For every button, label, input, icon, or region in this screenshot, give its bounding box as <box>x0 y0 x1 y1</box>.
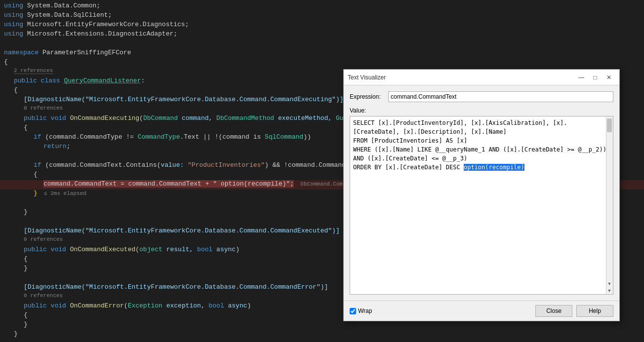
keyword: namespace <box>4 49 42 56</box>
keyword: using <box>4 11 27 19</box>
code-line: } <box>0 321 644 330</box>
wrap-label[interactable]: Wrap <box>358 307 372 314</box>
scrollbar-track[interactable]: ▼ ▼ <box>606 116 613 294</box>
keyword: using <box>4 2 27 9</box>
value-line: FROM [ProductInventories] AS [x] <box>353 136 610 145</box>
value-line: AND ([x].[CreateDate] <= @__p_3) <box>353 154 610 163</box>
code-line: using Microsoft.Extensions.DiagnosticAda… <box>0 30 644 39</box>
value-line: ORDER BY [x].[CreateDate] DESC option(re… <box>353 163 610 172</box>
code-line: using System.Data.Common; <box>0 2 644 11</box>
code-line <box>0 39 644 49</box>
expression-row: Expression: <box>350 91 613 102</box>
dialog-controls: — □ ✕ <box>575 73 615 82</box>
maximize-button[interactable]: □ <box>589 73 602 82</box>
wrap-checkbox[interactable] <box>350 308 356 314</box>
scroll-down-arrow[interactable]: ▼ <box>606 280 612 287</box>
dialog-title: Text Visualizer <box>348 74 386 81</box>
expression-input[interactable] <box>388 91 613 102</box>
scrollbar-thumb[interactable] <box>607 118 612 132</box>
value-line: SELECT [x].[ProductInventoryId], [x].[Ax… <box>353 118 610 127</box>
keyword: using <box>4 30 27 38</box>
footer-buttons: Close Help <box>535 305 613 317</box>
scroll-end-arrow[interactable]: ▼ <box>606 287 612 294</box>
wrap-checkbox-row: Wrap <box>350 307 372 314</box>
highlighted-text: option(recompile) <box>464 164 524 171</box>
close-button[interactable]: Close <box>535 305 572 317</box>
value-line: [CreateDate], [x].[Description], [x].[Na… <box>353 127 610 136</box>
close-window-button[interactable]: ✕ <box>603 73 615 82</box>
code-line: } <box>0 330 644 340</box>
help-button[interactable]: Help <box>576 305 613 317</box>
dialog-body: Expression: Value: SELECT [x].[ProductIn… <box>344 85 619 301</box>
code-line: using System.Data.SqlClient; <box>0 11 644 21</box>
minimize-button[interactable]: — <box>575 73 588 82</box>
value-container: SELECT [x].[ProductInventoryId], [x].[Ax… <box>350 116 613 295</box>
dialog-footer: Wrap Close Help <box>344 301 619 321</box>
keyword: using <box>4 21 27 28</box>
value-line: WHERE ([x].[Name] LIKE @__queryName_1 AN… <box>353 145 610 154</box>
value-display[interactable]: SELECT [x].[ProductInventoryId], [x].[Ax… <box>350 116 613 294</box>
text-visualizer-dialog[interactable]: Text Visualizer — □ ✕ Expression: Value:… <box>343 69 620 321</box>
code-line: using Microsoft.EntityFrameworkCore.Diag… <box>0 21 644 30</box>
dialog-titlebar: Text Visualizer — □ ✕ <box>344 70 619 85</box>
expression-label: Expression: <box>350 93 384 100</box>
code-line: namespace ParameterSniffingEFCore <box>0 49 644 58</box>
value-label: Value: <box>350 107 613 114</box>
code-line: { <box>0 58 644 68</box>
